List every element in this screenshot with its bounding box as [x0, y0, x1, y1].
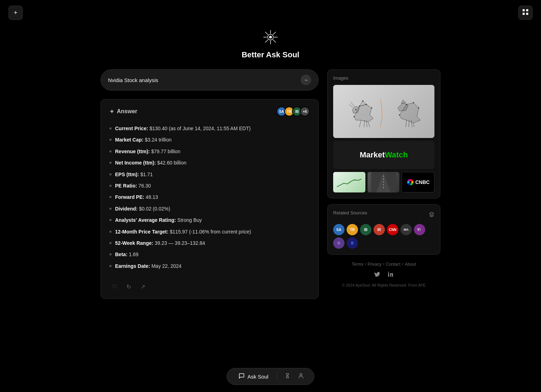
action-buttons: ♡ ↻ ↗ — [109, 277, 310, 292]
search-input[interactable] — [108, 77, 301, 83]
related-source-ma[interactable]: MA — [400, 224, 412, 235]
bullet-icon — [109, 219, 112, 221]
related-source-cnn[interactable]: CNN — [387, 224, 398, 235]
related-source-ib[interactable]: IB — [360, 224, 371, 235]
twitter-icon[interactable] — [374, 271, 380, 279]
svg-line-16 — [359, 120, 361, 127]
source-avatars: SA TR IB +6 — [277, 106, 310, 116]
list-item: PE Ratio: 76.30 — [109, 180, 310, 191]
svg-line-10 — [273, 40, 276, 42]
related-source-purple[interactable] — [333, 237, 344, 249]
share-button[interactable]: ↗ — [138, 282, 148, 292]
related-source-ir[interactable]: IR — [374, 224, 385, 235]
list-item: EPS (ttm): $1.71 — [109, 169, 310, 180]
list-item: 52-Week Range: 39.23 — 39.23–132.84 — [109, 237, 310, 249]
svg-point-44 — [409, 181, 411, 183]
footer-terms[interactable]: Terms — [352, 262, 363, 267]
svg-line-18 — [364, 120, 365, 127]
top-bar: + — [0, 0, 541, 25]
related-source-tr[interactable]: TR — [347, 224, 358, 235]
main-content: Better Ask Soul → ✦ Answer — [0, 0, 541, 299]
list-item: Net Income (ttm): $42.60 billion — [109, 157, 310, 168]
search-submit-button[interactable]: → — [301, 75, 311, 85]
images-panel: Images — [327, 69, 440, 198]
list-item: Beta: 1.69 — [109, 249, 310, 260]
left-column: → ✦ Answer SA TR IB +6 — [101, 69, 319, 299]
svg-point-13 — [269, 36, 272, 38]
svg-line-9 — [265, 32, 268, 35]
bullet-icon — [109, 173, 112, 175]
list-item: Dividend: $0.02 (0.02%) — [109, 203, 310, 214]
related-avatars: SA TR IB IR CNN MA Y! — [333, 224, 434, 249]
footer-privacy[interactable]: Privacy — [368, 262, 381, 267]
bullet-icon — [109, 208, 112, 210]
list-item: 12-Month Price Target: $115.97 (-11.06% … — [109, 226, 310, 237]
svg-point-39 — [399, 114, 400, 115]
history-button[interactable] — [281, 371, 294, 382]
refresh-button[interactable]: ↻ — [124, 282, 133, 292]
app-title: Better Ask Soul — [241, 50, 299, 59]
bottom-bar: Ask Soul — [227, 368, 314, 385]
marketwatch-image[interactable]: MarketWatch — [333, 141, 434, 169]
answer-list: Current Price: $130.40 (as of June 14, 2… — [109, 123, 310, 272]
refresh-icon: ↻ — [126, 283, 131, 290]
cnbc-text: CNBC — [415, 179, 429, 185]
svg-point-27 — [355, 109, 357, 110]
like-button[interactable]: ♡ — [109, 282, 119, 292]
svg-point-50 — [388, 272, 389, 273]
bull-bear-image[interactable] — [333, 85, 434, 138]
svg-line-12 — [265, 40, 268, 42]
answer-section: ✦ Answer SA TR IB +6 Current Price: $130… — [101, 99, 319, 299]
bullet-icon — [109, 265, 112, 267]
svg-rect-49 — [388, 273, 389, 277]
svg-point-24 — [366, 104, 367, 105]
svg-point-36 — [406, 104, 407, 105]
logo-area: Better Ask Soul — [241, 28, 299, 59]
layers-icon — [429, 212, 434, 218]
svg-line-22 — [349, 104, 353, 108]
markets-thumbnail[interactable] — [333, 172, 365, 192]
images-panel-title: Images — [333, 75, 434, 81]
svg-point-28 — [362, 100, 363, 102]
footer-about[interactable]: About — [405, 262, 416, 267]
svg-point-25 — [371, 108, 372, 109]
arrow-right-icon: → — [303, 77, 308, 83]
related-source-yahoo[interactable]: Y! — [414, 224, 425, 235]
right-column: Images — [327, 69, 440, 299]
cnbc-thumbnail[interactable]: CNBC — [402, 172, 434, 192]
search-box: → — [101, 69, 319, 91]
add-button[interactable]: + — [8, 6, 23, 20]
svg-rect-2 — [523, 13, 525, 15]
footer-contact[interactable]: Contact — [386, 262, 400, 267]
svg-text:Y!: Y! — [417, 228, 421, 232]
social-icons — [327, 271, 440, 279]
svg-point-26 — [354, 116, 355, 117]
list-item: Revenue (ttm): $79.77 billion — [109, 146, 310, 157]
answer-title: ✦ Answer — [109, 108, 137, 115]
svg-line-32 — [406, 120, 406, 127]
bullet-icon — [109, 139, 112, 141]
grid-button[interactable] — [518, 6, 533, 20]
svg-line-33 — [414, 123, 414, 127]
grid-icon — [522, 9, 529, 17]
svg-rect-3 — [526, 13, 528, 15]
related-sources-title: Related Sources — [333, 210, 367, 215]
app-logo-icon — [262, 28, 279, 46]
related-sources-header: Related Sources — [333, 210, 434, 220]
plus-icon: + — [14, 9, 18, 17]
related-source-b[interactable]: B — [347, 237, 358, 249]
road-thumbnail[interactable] — [368, 172, 400, 192]
bullet-icon — [109, 196, 112, 198]
svg-point-51 — [300, 374, 302, 376]
share-icon: ↗ — [141, 283, 145, 290]
bullet-icon — [109, 242, 112, 244]
cnbc-logo: CNBC — [406, 178, 429, 186]
svg-point-48 — [337, 242, 340, 244]
profile-button[interactable] — [295, 371, 307, 382]
linkedin-icon[interactable] — [387, 271, 394, 279]
ask-soul-button[interactable]: Ask Soul — [234, 371, 273, 382]
related-source-sa[interactable]: SA — [333, 224, 344, 235]
source-avatar-more[interactable]: +6 — [300, 106, 310, 116]
svg-point-37 — [413, 102, 414, 103]
bullet-icon — [109, 253, 112, 255]
